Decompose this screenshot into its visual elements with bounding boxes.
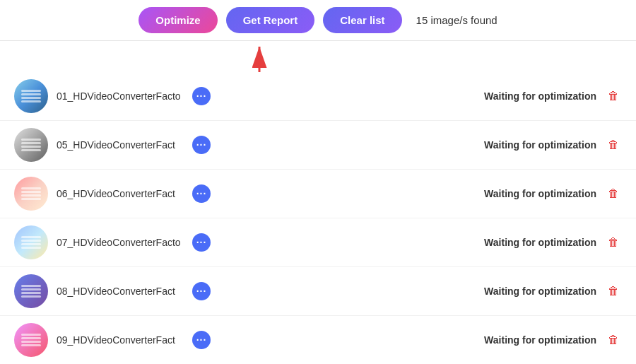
- images-found-label: 15 image/s found: [416, 14, 497, 26]
- file-thumbnail: [14, 323, 48, 357]
- file-menu-button[interactable]: ···: [192, 282, 211, 300]
- status-badge: Waiting for optimization: [455, 90, 596, 102]
- delete-button[interactable]: 🗑: [605, 331, 622, 349]
- file-name: 08_HDVideoConverterFact: [57, 286, 184, 297]
- table-row: 09_HDVideoConverterFact···Waiting for op…: [0, 316, 636, 364]
- toolbar: Optimize Get Report Clear list 15 image/…: [0, 0, 636, 41]
- table-row: 07_HDVideoConverterFacto···Waiting for o…: [0, 218, 636, 267]
- file-name: 06_HDVideoConverterFact: [57, 188, 184, 199]
- table-row: 06_HDVideoConverterFact···Waiting for op…: [0, 170, 636, 218]
- file-menu-button[interactable]: ···: [192, 87, 211, 105]
- arrow-indicator: [242, 41, 277, 72]
- file-name: 09_HDVideoConverterFact: [57, 334, 184, 346]
- status-badge: Waiting for optimization: [455, 286, 596, 297]
- file-menu-button[interactable]: ···: [192, 136, 211, 154]
- file-name: 07_HDVideoConverterFacto: [57, 237, 184, 248]
- get-report-button[interactable]: Get Report: [226, 7, 315, 33]
- status-badge: Waiting for optimization: [455, 139, 596, 151]
- status-badge: Waiting for optimization: [455, 334, 596, 346]
- delete-button[interactable]: 🗑: [605, 87, 622, 105]
- file-thumbnail: [14, 177, 48, 211]
- file-menu-button[interactable]: ···: [192, 233, 211, 252]
- delete-button[interactable]: 🗑: [605, 136, 622, 154]
- file-list: 01_HDVideoConverterFacto···Waiting for o…: [0, 72, 636, 364]
- status-badge: Waiting for optimization: [455, 188, 596, 199]
- table-row: 08_HDVideoConverterFact···Waiting for op…: [0, 267, 636, 316]
- file-menu-button[interactable]: ···: [192, 331, 211, 349]
- file-name: 05_HDVideoConverterFact: [57, 139, 184, 151]
- file-name: 01_HDVideoConverterFacto: [57, 90, 184, 102]
- file-thumbnail: [14, 274, 48, 308]
- file-thumbnail: [14, 128, 48, 162]
- clear-list-button[interactable]: Clear list: [323, 7, 401, 33]
- file-menu-button[interactable]: ···: [192, 184, 211, 203]
- delete-button[interactable]: 🗑: [605, 282, 622, 300]
- optimize-button[interactable]: Optimize: [139, 7, 217, 33]
- table-row: 01_HDVideoConverterFacto···Waiting for o…: [0, 72, 636, 121]
- delete-button[interactable]: 🗑: [605, 233, 622, 252]
- status-badge: Waiting for optimization: [455, 237, 596, 248]
- delete-button[interactable]: 🗑: [605, 184, 622, 203]
- table-row: 05_HDVideoConverterFact···Waiting for op…: [0, 121, 636, 170]
- file-thumbnail: [14, 225, 48, 259]
- file-thumbnail: [14, 79, 48, 113]
